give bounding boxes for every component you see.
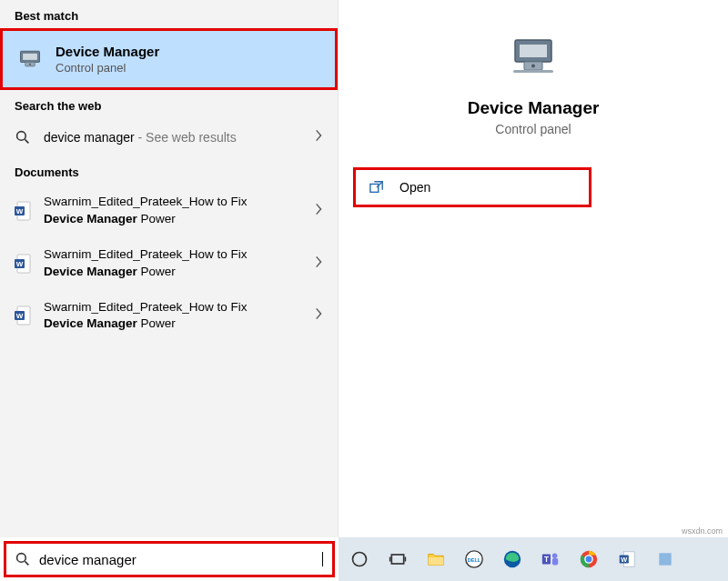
- svg-rect-41: [659, 553, 671, 565]
- svg-rect-35: [552, 558, 558, 565]
- watermark: wsxdn.com: [682, 526, 723, 536]
- best-match-device-manager[interactable]: Device Manager Control panel: [0, 28, 338, 90]
- svg-point-18: [531, 65, 535, 68]
- best-match-text: Device Manager Control panel: [56, 44, 159, 75]
- open-icon: [369, 179, 385, 195]
- svg-rect-20: [370, 184, 379, 192]
- svg-point-34: [552, 554, 558, 559]
- svg-text:T: T: [544, 556, 549, 564]
- svg-point-3: [29, 64, 31, 65]
- svg-point-22: [17, 554, 26, 563]
- document-result-row[interactable]: W Swarnim_Edited_Prateek_How to Fix Devi…: [0, 237, 338, 290]
- document-text: Swarnim_Edited_Prateek_How to Fix Device…: [44, 299, 308, 334]
- search-input[interactable]: [39, 552, 322, 567]
- svg-point-24: [353, 553, 367, 566]
- svg-rect-1: [23, 54, 37, 60]
- document-text: Swarnim_Edited_Prateek_How to Fix Device…: [44, 246, 308, 281]
- details-subtitle: Control panel: [495, 122, 571, 136]
- open-label: Open: [399, 180, 430, 195]
- document-text: Swarnim_Edited_Prateek_How to Fix Device…: [44, 194, 308, 228]
- chevron-right-icon: [315, 129, 323, 145]
- search-results-container: Best match Device Manager Control panel …: [0, 0, 728, 537]
- best-match-title: Device Manager: [56, 44, 159, 59]
- text-cursor: [322, 552, 323, 566]
- best-match-subtitle: Control panel: [56, 61, 159, 75]
- left-results-panel: Best match Device Manager Control panel …: [0, 0, 339, 537]
- svg-point-37: [585, 556, 592, 563]
- svg-line-5: [25, 139, 28, 143]
- web-result-row[interactable]: device manager - See web results: [0, 118, 338, 156]
- web-hint: - See web results: [135, 130, 237, 145]
- details-hero: Device Manager Control panel: [353, 0, 713, 136]
- taskbar: DELL T W: [339, 537, 728, 581]
- search-icon: [15, 552, 30, 566]
- best-match-header: Best match: [0, 0, 338, 28]
- svg-rect-19: [513, 70, 553, 73]
- chevron-right-icon: [315, 203, 323, 219]
- svg-rect-16: [520, 45, 547, 57]
- svg-text:W: W: [16, 207, 24, 215]
- word-icon[interactable]: W: [613, 546, 641, 573]
- open-button[interactable]: Open: [353, 167, 592, 207]
- svg-rect-25: [391, 555, 403, 564]
- search-web-header: Search the web: [0, 90, 338, 118]
- svg-text:W: W: [16, 260, 24, 268]
- documents-header: Documents: [0, 156, 338, 185]
- dell-icon[interactable]: DELL: [460, 546, 488, 573]
- search-box-wrap: [0, 537, 339, 581]
- file-explorer-icon[interactable]: [422, 546, 450, 573]
- svg-text:W: W: [621, 556, 627, 564]
- web-query: device manager: [44, 130, 135, 145]
- svg-text:W: W: [16, 312, 24, 320]
- svg-point-4: [17, 132, 26, 141]
- teams-icon[interactable]: T: [537, 546, 564, 573]
- device-manager-icon: [17, 46, 43, 72]
- chevron-right-icon: [315, 307, 323, 324]
- svg-rect-28: [429, 557, 444, 565]
- chrome-icon[interactable]: [575, 546, 602, 573]
- details-title: Device Manager: [468, 98, 600, 118]
- word-doc-icon: W: [15, 201, 31, 221]
- svg-line-23: [25, 561, 28, 565]
- more-apps-icon[interactable]: [652, 546, 679, 573]
- chevron-right-icon: [315, 255, 323, 272]
- bottom-bar: DELL T W: [0, 537, 728, 581]
- web-result-text: device manager - See web results: [44, 130, 308, 145]
- word-doc-icon: W: [15, 306, 31, 326]
- edge-icon[interactable]: [499, 546, 526, 573]
- word-doc-icon: W: [15, 254, 31, 274]
- device-manager-large-icon: [508, 31, 559, 82]
- task-view-icon[interactable]: [384, 546, 411, 573]
- document-result-row[interactable]: W Swarnim_Edited_Prateek_How to Fix Devi…: [0, 290, 338, 343]
- search-icon: [15, 129, 31, 145]
- cortana-icon[interactable]: [346, 546, 373, 573]
- document-result-row[interactable]: W Swarnim_Edited_Prateek_How to Fix Devi…: [0, 185, 338, 237]
- svg-text:DELL: DELL: [468, 557, 481, 563]
- details-panel: Device Manager Control panel Open: [339, 0, 728, 537]
- search-box[interactable]: [4, 541, 335, 577]
